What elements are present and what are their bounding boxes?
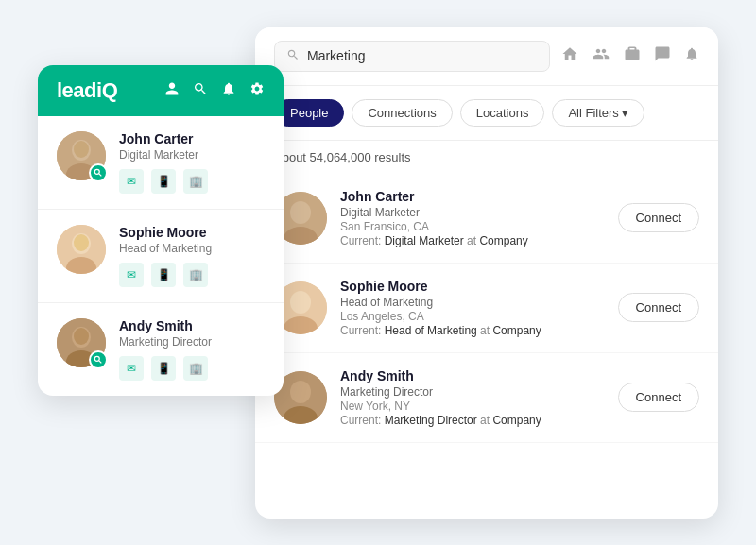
action-icons: ✉ 📱 🏢 [119, 169, 265, 194]
svg-point-17 [290, 201, 311, 224]
home-icon[interactable] [561, 45, 578, 67]
result-details: Sophie Moore Head of Marketing Los Angel… [340, 279, 605, 337]
svg-point-9 [74, 234, 89, 251]
person-details: John Carter Digital Marketer ✉ 📱 🏢 [119, 131, 265, 194]
result-location: San Fransico, CA [340, 220, 605, 233]
email-icon[interactable]: ✉ [119, 356, 144, 381]
left-header: leadiQ [38, 65, 284, 116]
person-details: Sophie Moore Head of Marketing ✉ 📱 🏢 [119, 225, 265, 287]
bell-icon[interactable] [684, 45, 699, 67]
svg-point-20 [290, 291, 311, 314]
result-current-role: Digital Marketer [385, 234, 464, 247]
filter-tabs: People Connections Locations All Filters… [255, 86, 718, 141]
result-title: Head of Marketing [340, 296, 605, 309]
svg-point-4 [94, 169, 99, 174]
result-current: Current: Head of Marketing at Company [340, 324, 605, 337]
results-count: About 54,064,000 results [255, 141, 718, 174]
svg-point-13 [74, 328, 89, 345]
avatar-wrap [57, 318, 106, 367]
email-icon[interactable]: ✉ [119, 263, 144, 287]
svg-point-23 [290, 381, 311, 403]
result-current: Current: Marketing Director at Company [340, 414, 605, 427]
phone-icon[interactable]: 📱 [151, 263, 176, 287]
tab-locations[interactable]: Locations [460, 99, 545, 127]
result-company: Company [492, 414, 541, 427]
result-item: Sophie Moore Head of Marketing Los Angel… [255, 264, 718, 353]
result-item: John Carter Digital Marketer San Fransic… [255, 174, 718, 264]
avatar-wrap [57, 225, 106, 274]
tab-people[interactable]: People [274, 99, 344, 127]
person-title: Head of Marketing [119, 242, 265, 255]
person-title: Marketing Director [119, 335, 265, 349]
search-value: Marketing [307, 48, 365, 63]
building-icon[interactable]: 🏢 [183, 169, 208, 194]
result-company: Company [492, 324, 541, 337]
svg-point-14 [94, 356, 99, 361]
result-name: Sophie Moore [340, 279, 605, 294]
result-title: Digital Marketer [340, 206, 605, 219]
right-nav-icons [561, 45, 699, 67]
building-icon[interactable]: 🏢 [183, 263, 208, 287]
result-item: Andy Smith Marketing Director New York, … [255, 353, 718, 443]
result-current: Current: Digital Marketer at Company [340, 234, 605, 247]
header-icon-group [164, 81, 265, 100]
tab-connections[interactable]: Connections [352, 99, 452, 127]
right-header: Marketing [255, 27, 718, 86]
gear-icon[interactable] [249, 81, 265, 100]
result-title: Marketing Director [340, 385, 605, 399]
result-current-role: Marketing Director [385, 414, 477, 427]
phone-icon[interactable]: 📱 [151, 169, 176, 194]
person-details: Andy Smith Marketing Director ✉ 📱 🏢 [119, 318, 265, 381]
person-title: Digital Marketer [119, 148, 265, 162]
search-bar[interactable]: Marketing [274, 41, 550, 72]
connect-button[interactable]: Connect [618, 383, 699, 412]
connect-button[interactable]: Connect [618, 203, 699, 232]
action-icons: ✉ 📱 🏢 [119, 356, 265, 381]
result-location: Los Angeles, CA [340, 310, 605, 323]
result-company: Company [479, 234, 527, 247]
avatar [57, 225, 106, 274]
list-item: Andy Smith Marketing Director ✉ 📱 🏢 [38, 303, 284, 396]
left-panel: leadiQ [38, 65, 284, 396]
person-name: Andy Smith [119, 318, 265, 333]
result-location: New York, NY [340, 400, 605, 413]
email-icon[interactable]: ✉ [119, 169, 144, 194]
connect-button[interactable]: Connect [618, 293, 699, 322]
result-current-role: Head of Marketing [385, 324, 477, 337]
people-icon[interactable] [592, 45, 610, 67]
result-details: John Carter Digital Marketer San Fransic… [340, 189, 605, 247]
right-panel: Marketing Pe [255, 27, 718, 519]
logo: leadiQ [57, 78, 117, 103]
person-name: John Carter [119, 131, 265, 146]
chat-icon[interactable] [654, 45, 671, 67]
tab-all-filters[interactable]: All Filters ▾ [552, 99, 644, 127]
search-icon [286, 48, 300, 64]
result-name: Andy Smith [340, 368, 605, 383]
person-name: Sophie Moore [119, 225, 265, 240]
search-icon[interactable] [193, 81, 208, 100]
result-name: John Carter [340, 189, 605, 204]
badge-search [89, 163, 108, 182]
badge-search [89, 350, 108, 369]
svg-line-15 [99, 360, 102, 363]
svg-point-3 [74, 141, 89, 158]
action-icons: ✉ 📱 🏢 [119, 263, 265, 287]
briefcase-icon[interactable] [624, 45, 641, 67]
list-item: Sophie Moore Head of Marketing ✉ 📱 🏢 [38, 210, 284, 303]
building-icon[interactable]: 🏢 [183, 356, 208, 381]
phone-icon[interactable]: 📱 [151, 356, 176, 381]
person-icon[interactable] [164, 81, 180, 100]
svg-line-5 [99, 173, 102, 176]
result-details: Andy Smith Marketing Director New York, … [340, 368, 605, 427]
list-item: John Carter Digital Marketer ✉ 📱 🏢 [38, 116, 284, 210]
bell-icon[interactable] [221, 81, 236, 100]
avatar-wrap [57, 131, 106, 180]
